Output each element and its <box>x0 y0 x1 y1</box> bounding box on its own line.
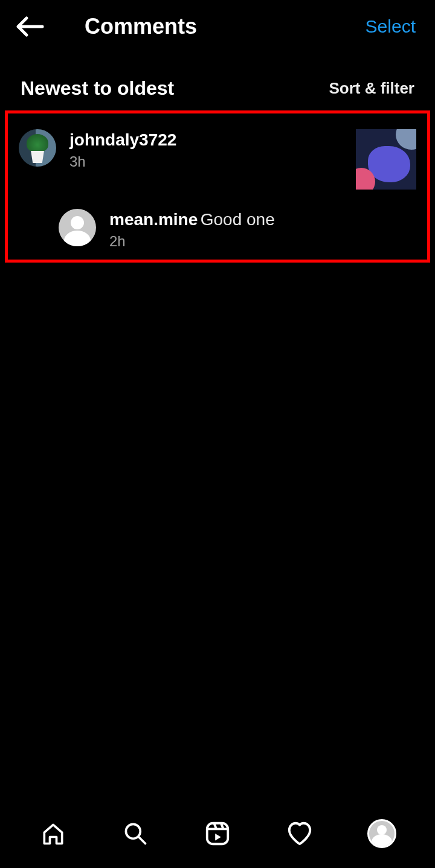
profile-icon[interactable] <box>366 818 398 849</box>
comment-body: johndaly3722 3h <box>69 129 356 170</box>
activity-heart-icon[interactable] <box>284 818 315 849</box>
sort-filter-button[interactable]: Sort & filter <box>329 79 414 98</box>
comment-row[interactable]: johndaly3722 3h <box>15 127 420 196</box>
reply-username[interactable]: mean.mine <box>109 210 198 229</box>
back-arrow-icon[interactable] <box>14 11 45 42</box>
comment-timestamp: 3h <box>69 153 356 170</box>
comment-username[interactable]: johndaly3722 <box>69 130 176 149</box>
post-thumbnail[interactable] <box>356 129 416 190</box>
sort-order-label: Newest to oldest <box>21 77 174 100</box>
home-icon[interactable] <box>37 818 69 849</box>
sort-row: Newest to oldest Sort & filter <box>0 53 435 110</box>
reply-timestamp: 2h <box>109 233 420 250</box>
page-title: Comments <box>85 14 197 39</box>
bottom-nav <box>0 810 435 868</box>
comment-body: mean.mine Good one 2h <box>109 209 420 250</box>
avatar[interactable] <box>59 209 96 246</box>
header: Comments Select <box>0 0 435 53</box>
reels-icon[interactable] <box>202 818 233 849</box>
avatar[interactable] <box>19 129 56 167</box>
reply-text: Good one <box>201 210 275 229</box>
comments-highlight-box: johndaly3722 3h mean.mine Good one 2h <box>5 110 430 263</box>
select-button[interactable]: Select <box>366 16 420 37</box>
svg-rect-1 <box>207 823 228 844</box>
search-icon[interactable] <box>120 818 151 849</box>
comment-reply-row[interactable]: mean.mine Good one 2h <box>59 196 420 250</box>
